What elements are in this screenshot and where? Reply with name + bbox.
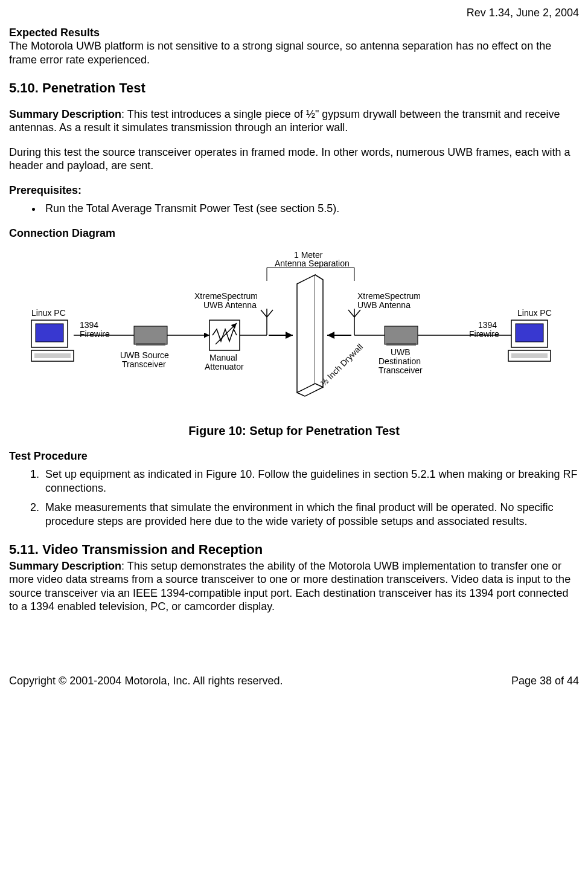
uwb-dest-label-3: Transceiver bbox=[379, 365, 423, 375]
figure-10-caption: Figure 10: Setup for Penetration Test bbox=[9, 423, 579, 439]
svg-rect-17 bbox=[386, 343, 416, 346]
antenna-left-label-1: XtremeSpectrum bbox=[194, 291, 258, 301]
drywall-label: ½ Inch Drywall bbox=[319, 342, 365, 388]
copyright-text: Copyright © 2001-2004 Motorola, Inc. All… bbox=[9, 674, 283, 688]
uwb-dest-label-1: UWB bbox=[391, 347, 411, 357]
expected-results-text: The Motorola UWB platform is not sensiti… bbox=[9, 40, 551, 66]
connection-diagram: Linux PC 1394 Firewire UWB Source Transc… bbox=[9, 251, 579, 411]
firewire-left-label-2: Firewire bbox=[80, 329, 110, 339]
attenuator-label-2: Attenuator bbox=[205, 362, 244, 371]
page-footer: Copyright © 2001-2004 Motorola, Inc. All… bbox=[9, 674, 579, 688]
linux-pc-right-icon bbox=[508, 320, 551, 361]
firewire-right-label-1: 1394 bbox=[478, 320, 497, 330]
linux-pc-right-label: Linux PC bbox=[517, 308, 552, 318]
svg-rect-1 bbox=[36, 324, 63, 342]
summary-description-5-11: Summary Description: This setup demonstr… bbox=[9, 559, 579, 614]
page-number: Page 38 of 44 bbox=[511, 674, 579, 688]
uwb-source-label-2: Transceiver bbox=[122, 359, 166, 369]
antenna-right-label-1: XtremeSpectrum bbox=[357, 291, 421, 301]
uwb-dest-box bbox=[385, 326, 418, 344]
summary-label-5-11: Summary Description bbox=[9, 560, 121, 572]
test-procedure-list: Set up equipment as indicated in Figure … bbox=[9, 468, 579, 528]
section-5-10-heading: 5.10. Penetration Test bbox=[9, 80, 579, 97]
linux-pc-left-label: Linux PC bbox=[31, 308, 66, 318]
expected-results-block: Expected Results The Motorola UWB platfo… bbox=[9, 26, 579, 67]
revision-header: Rev 1.34, June 2, 2004 bbox=[9, 6, 579, 20]
uwb-source-label-1: UWB Source bbox=[120, 350, 169, 360]
summary-description-5-10: Summary Description: This test introduce… bbox=[9, 108, 579, 135]
uwb-source-box bbox=[134, 326, 167, 344]
svg-rect-22 bbox=[511, 353, 548, 358]
drywall-icon bbox=[297, 275, 323, 396]
linux-pc-left-icon bbox=[31, 320, 74, 361]
antenna-left-label-2: UWB Antenna bbox=[203, 300, 257, 310]
antenna-right-label-2: UWB Antenna bbox=[357, 300, 411, 310]
prerequisites-label: Prerequisites: bbox=[9, 184, 579, 198]
uwb-dest-label-2: Destination bbox=[379, 356, 421, 366]
prerequisite-item: Run the Total Average Transmit Power Tes… bbox=[42, 202, 579, 216]
connection-diagram-label: Connection Diagram bbox=[9, 227, 579, 240]
firewire-right-label-2: Firewire bbox=[469, 329, 499, 339]
test-procedure-label: Test Procedure bbox=[9, 449, 579, 463]
antenna-left-icon bbox=[261, 309, 273, 335]
svg-rect-20 bbox=[516, 324, 543, 342]
antenna-right-icon bbox=[348, 309, 360, 335]
firewire-left-label-1: 1394 bbox=[80, 320, 98, 330]
expected-results-title: Expected Results bbox=[9, 27, 100, 39]
prerequisites-list: Run the Total Average Transmit Power Tes… bbox=[9, 202, 579, 216]
svg-rect-3 bbox=[34, 353, 71, 358]
section-5-11-heading: 5.11. Video Transmission and Reception bbox=[9, 541, 579, 558]
separation-label-2: Antenna Separation bbox=[275, 259, 350, 268]
step-2: Make measurements that simulate the envi… bbox=[42, 501, 579, 528]
summary-label: Summary Description bbox=[9, 108, 121, 120]
svg-rect-5 bbox=[136, 343, 165, 346]
step-1: Set up equipment as indicated in Figure … bbox=[42, 468, 579, 495]
attenuator-label-1: Manual bbox=[209, 353, 237, 362]
framed-mode-paragraph: During this test the source transceiver … bbox=[9, 146, 579, 173]
